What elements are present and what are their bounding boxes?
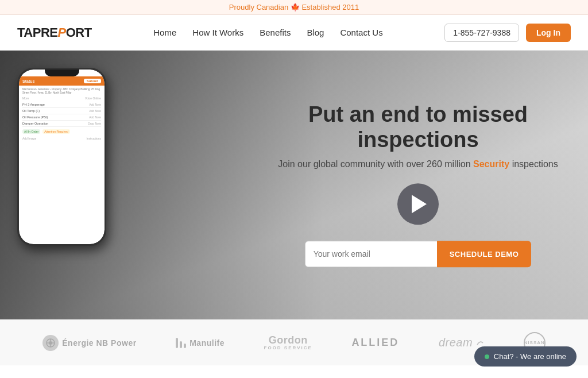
phone-item-2: Oil Temp (F) Add Note xyxy=(22,108,101,114)
hero-subtitle-prefix: Join our global community with over 260 … xyxy=(278,160,470,169)
email-input[interactable] xyxy=(305,241,437,268)
phone-notch xyxy=(45,70,79,76)
schedule-demo-button[interactable]: SCHEDULE DEMO xyxy=(437,241,532,268)
hero-subtitle-suffix-text: inspections xyxy=(512,160,558,169)
gordon-label-small: Food Service xyxy=(264,345,312,350)
banner-suffix: Established 2011 xyxy=(301,3,359,11)
header: TAPREPORT Home How It Works Benefits Blo… xyxy=(0,15,588,51)
cta-row: SCHEDULE DEMO xyxy=(263,241,573,268)
logo: TAPREPORT xyxy=(17,25,92,40)
nav-home[interactable]: Home xyxy=(153,28,176,37)
energie-icon xyxy=(42,335,59,351)
phone-button[interactable]: 1-855-727-9388 xyxy=(444,24,519,42)
phone-item-1-val: Add Note xyxy=(89,103,101,106)
phone-item-4: Damper Operation Drop Note xyxy=(22,121,101,127)
phone-item-3: Oil Pressure (PSI) Add Note xyxy=(22,114,101,121)
logo-tap: TAP xyxy=(17,25,41,40)
phone-item-1: PH 3 Amperage Add Note xyxy=(22,102,101,108)
dream-icon xyxy=(476,339,484,347)
nav-contact-us[interactable]: Contact Us xyxy=(340,28,382,37)
phone-screen: Status Submit Mechanical › Generator › P… xyxy=(19,70,105,244)
energie-label: Énergie NB Power xyxy=(62,338,136,348)
status-all-in-order: All In Order xyxy=(22,129,40,134)
hero-subtitle: Join our global community with over 260 … xyxy=(263,160,573,170)
logo-port-rt: ORT xyxy=(66,25,92,40)
manulife-bar-3 xyxy=(184,344,186,348)
logo-gordon-food: Gordon Food Service xyxy=(264,335,312,350)
phone-add-image: Add Image xyxy=(22,137,36,140)
phone-breadcrumb: Mechanical › Generator › Property: ABC C… xyxy=(22,88,101,95)
play-button-wrapper xyxy=(263,184,573,225)
login-button[interactable]: Log In xyxy=(526,24,571,42)
status-attention: Attention Required xyxy=(42,129,69,134)
phone-voice: Voice Online xyxy=(85,97,101,100)
nav-benefits[interactable]: Benefits xyxy=(260,28,291,37)
phone-mockup: Status Submit Mechanical › Generator › P… xyxy=(17,68,106,246)
dream-label: dream xyxy=(439,336,473,349)
play-button[interactable] xyxy=(397,184,439,225)
manulife-bar-2 xyxy=(180,341,182,348)
manulife-bar-1 xyxy=(176,338,178,348)
phone-item-3-label: Oil Pressure (PSI) xyxy=(22,115,48,119)
manulife-label: Manulife xyxy=(189,338,225,348)
phone-more: More xyxy=(22,97,29,100)
phone-item-3-val: Add Note xyxy=(89,115,101,119)
phone-status-row: All In Order Attention Required xyxy=(22,129,101,134)
chat-online-dot xyxy=(485,354,489,359)
phone-instructions: Instructions xyxy=(86,137,101,140)
nissan-label: NISSAN xyxy=(524,340,545,345)
chat-label: Chat? - We are online xyxy=(494,352,566,361)
logo-dream: dream xyxy=(439,336,484,349)
hero-content: Put an end to missed inspections Join ou… xyxy=(263,102,573,267)
maple-leaf-icon: 🍁 xyxy=(291,3,302,11)
energie-svg-icon xyxy=(46,338,55,348)
svg-point-1 xyxy=(49,341,52,345)
banner-prefix: Proudly Canadian xyxy=(229,3,288,11)
top-banner: Proudly Canadian 🍁 Established 2011 xyxy=(0,0,588,15)
hero-subtitle-highlight: Security xyxy=(473,160,509,169)
allied-label: ALLIED xyxy=(351,337,399,349)
hero-section: Status Submit Mechanical › Generator › P… xyxy=(0,51,588,319)
logo-manulife: Manulife xyxy=(176,338,225,348)
nav-how-it-works[interactable]: How It Works xyxy=(192,28,243,37)
play-triangle-icon xyxy=(412,195,427,214)
phone-header: Status Submit xyxy=(19,76,105,86)
phone-body: Mechanical › Generator › Property: ABC C… xyxy=(19,86,105,142)
nav: Home How It Works Benefits Blog Contact … xyxy=(153,28,382,37)
gordon-label-big: Gordon xyxy=(264,335,312,345)
logo-energie-nb-power: Énergie NB Power xyxy=(42,335,136,351)
phone-item-4-label: Damper Operation xyxy=(22,122,48,125)
phone-item-4-val: Drop Note xyxy=(88,122,101,125)
phone-submit-label: Submit xyxy=(84,79,101,83)
phone-item-1-label: PH 3 Amperage xyxy=(22,103,45,106)
chat-bubble[interactable]: Chat? - We are online xyxy=(474,346,577,367)
nav-blog[interactable]: Blog xyxy=(307,28,324,37)
phone-status-label: Status xyxy=(22,79,34,83)
header-actions: 1-855-727-9388 Log In xyxy=(444,24,571,42)
logo-port-o: P xyxy=(57,25,65,40)
logo-re: RE xyxy=(41,25,58,40)
phone-item-2-label: Oil Temp (F) xyxy=(22,109,40,113)
hero-title: Put an end to missed inspections xyxy=(263,102,573,152)
phone-item-2-val: Add Note xyxy=(89,109,101,113)
logo-allied: ALLIED xyxy=(351,337,399,349)
banner-text: Proudly Canadian 🍁 Established 2011 xyxy=(229,3,359,11)
